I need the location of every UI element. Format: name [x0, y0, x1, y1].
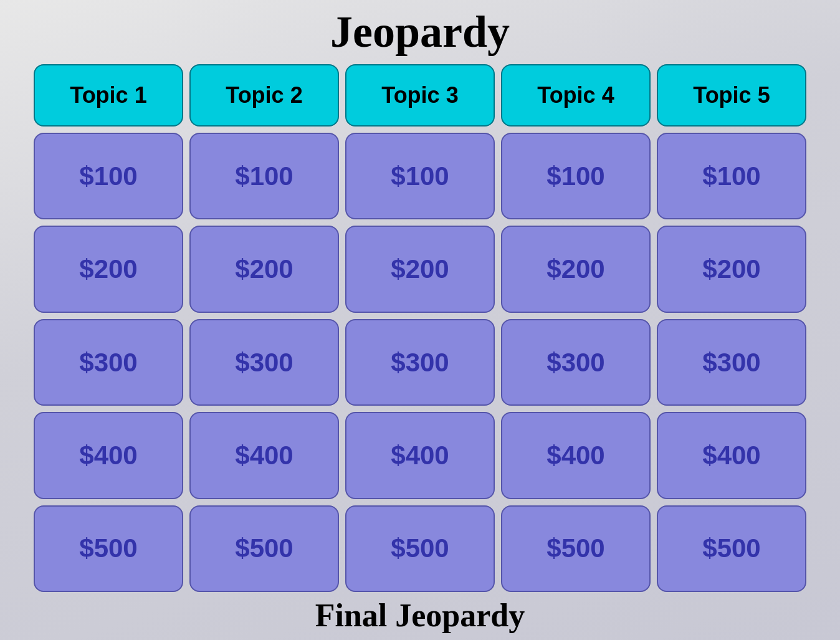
value-cell-row3-col1[interactable]: $300	[34, 319, 183, 406]
topic-header-3[interactable]: Topic 3	[345, 64, 495, 127]
value-cell-row3-col2[interactable]: $300	[189, 319, 339, 406]
value-label-row3-col2: $300	[235, 348, 293, 378]
value-label-row5-col4: $500	[546, 533, 604, 563]
value-cell-row3-col4[interactable]: $300	[501, 319, 651, 406]
value-label-row2-col2: $200	[235, 254, 293, 284]
final-jeopardy-label: Final Jeopardy	[315, 597, 525, 634]
value-cell-row4-col2[interactable]: $400	[189, 412, 339, 499]
jeopardy-board: Topic 1Topic 2Topic 3Topic 4Topic 5$100$…	[27, 64, 813, 592]
value-label-row3-col3: $300	[391, 348, 449, 378]
value-cell-row4-col4[interactable]: $400	[501, 412, 651, 499]
topic-header-4[interactable]: Topic 4	[501, 64, 651, 127]
value-label-row5-col5: $500	[702, 533, 760, 563]
topic-label-2: Topic 2	[226, 82, 302, 108]
value-label-row4-col5: $400	[702, 441, 760, 470]
value-label-row2-col3: $200	[391, 254, 449, 284]
topic-header-2[interactable]: Topic 2	[189, 64, 339, 127]
value-cell-row4-col1[interactable]: $400	[34, 412, 183, 499]
value-cell-row2-col2[interactable]: $200	[189, 226, 339, 312]
value-cell-row2-col1[interactable]: $200	[34, 226, 183, 312]
value-label-row4-col4: $400	[546, 441, 604, 470]
value-cell-row2-col4[interactable]: $200	[501, 226, 651, 312]
value-cell-row4-col5[interactable]: $400	[657, 412, 806, 499]
topic-label-4: Topic 4	[537, 82, 614, 108]
value-label-row4-col1: $400	[79, 441, 137, 470]
topic-label-5: Topic 5	[693, 82, 770, 108]
value-label-row4-col3: $400	[391, 441, 449, 470]
value-cell-row3-col5[interactable]: $300	[657, 319, 806, 406]
value-label-row3-col4: $300	[546, 348, 604, 378]
value-label-row5-col1: $500	[79, 533, 137, 563]
value-label-row1-col3: $100	[391, 161, 449, 191]
value-cell-row1-col2[interactable]: $100	[189, 133, 339, 219]
value-label-row1-col2: $100	[235, 161, 293, 191]
topic-header-1[interactable]: Topic 1	[34, 64, 183, 127]
value-cell-row1-col4[interactable]: $100	[501, 133, 651, 219]
value-label-row1-col4: $100	[546, 161, 604, 191]
value-cell-row5-col1[interactable]: $500	[34, 505, 183, 592]
value-cell-row5-col4[interactable]: $500	[501, 505, 651, 592]
value-cell-row1-col3[interactable]: $100	[345, 133, 495, 219]
page-title: Jeopardy	[330, 6, 510, 58]
value-cell-row2-col5[interactable]: $200	[657, 226, 806, 312]
value-cell-row2-col3[interactable]: $200	[345, 226, 495, 312]
value-label-row1-col5: $100	[702, 161, 760, 191]
value-cell-row1-col1[interactable]: $100	[34, 133, 183, 219]
topic-label-1: Topic 1	[70, 82, 146, 108]
topic-label-3: Topic 3	[381, 82, 458, 108]
value-label-row3-col1: $300	[79, 348, 137, 378]
value-label-row2-col1: $200	[79, 254, 137, 284]
value-cell-row5-col3[interactable]: $500	[345, 505, 495, 592]
value-cell-row3-col3[interactable]: $300	[345, 319, 495, 406]
value-cell-row5-col2[interactable]: $500	[189, 505, 339, 592]
value-label-row2-col4: $200	[546, 254, 604, 284]
value-label-row4-col2: $400	[235, 441, 293, 470]
topic-header-5[interactable]: Topic 5	[657, 64, 806, 127]
value-label-row5-col3: $500	[391, 533, 449, 563]
value-label-row1-col1: $100	[79, 161, 137, 191]
value-cell-row4-col3[interactable]: $400	[345, 412, 495, 499]
value-label-row2-col5: $200	[702, 254, 760, 284]
value-label-row5-col2: $500	[235, 533, 293, 563]
value-cell-row5-col5[interactable]: $500	[657, 505, 806, 592]
value-cell-row1-col5[interactable]: $100	[657, 133, 806, 219]
value-label-row3-col5: $300	[702, 348, 760, 378]
